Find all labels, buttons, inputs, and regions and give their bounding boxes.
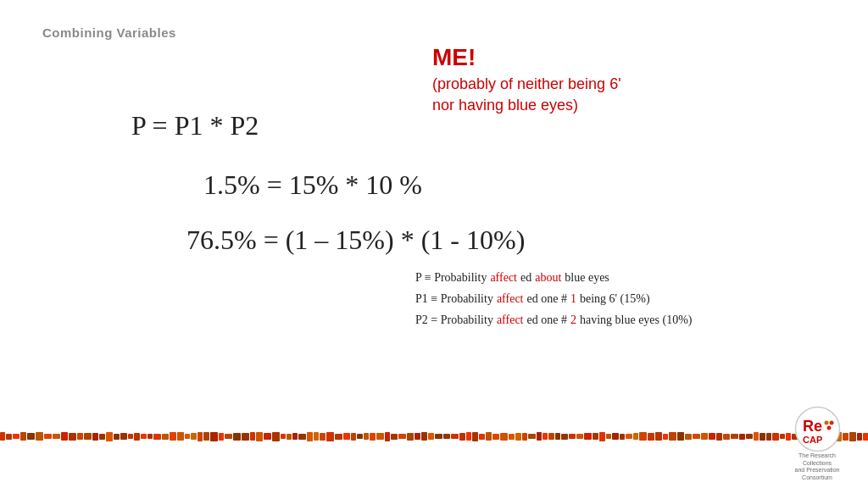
svg-text:Re: Re: [803, 418, 822, 435]
svg-text:CAP: CAP: [803, 435, 822, 445]
slide-container: Combining Variables ME! (probably of nei…: [0, 0, 868, 488]
me-label: ME!: [432, 41, 621, 74]
slide-title: Combining Variables: [42, 25, 176, 40]
svg-point-5: [829, 421, 833, 425]
recap-tagline: The Research Collectionsand Preservation…: [783, 452, 851, 481]
formula-main: P = P1 * P2: [131, 110, 259, 141]
recap-logo: Re CAP The Research Collectionsand Prese…: [783, 406, 851, 481]
decorative-dots: [0, 431, 868, 441]
me-sublabel: (probably of neither being 6' nor having…: [432, 74, 621, 116]
def-p1-line: P1 ≡ Probability affected one # 1 being …: [415, 288, 693, 309]
definitions-block: P ≡ Probability affected about blue eyes…: [415, 267, 693, 331]
formula-line2: 1.5% = 15% * 10 %: [203, 169, 422, 201]
def-p-line: P ≡ Probability affected about blue eyes: [415, 267, 693, 288]
formula-line3: 76.5% = (1 – 15%) * (1 - 10%): [186, 225, 525, 256]
svg-point-6: [826, 426, 831, 430]
recap-circle-svg: Re CAP: [794, 406, 841, 452]
me-annotation: ME! (probably of neither being 6' nor ha…: [432, 41, 621, 117]
svg-point-4: [824, 421, 828, 425]
def-p2-line: P2 = Probability affected one # 2 having…: [415, 309, 693, 330]
